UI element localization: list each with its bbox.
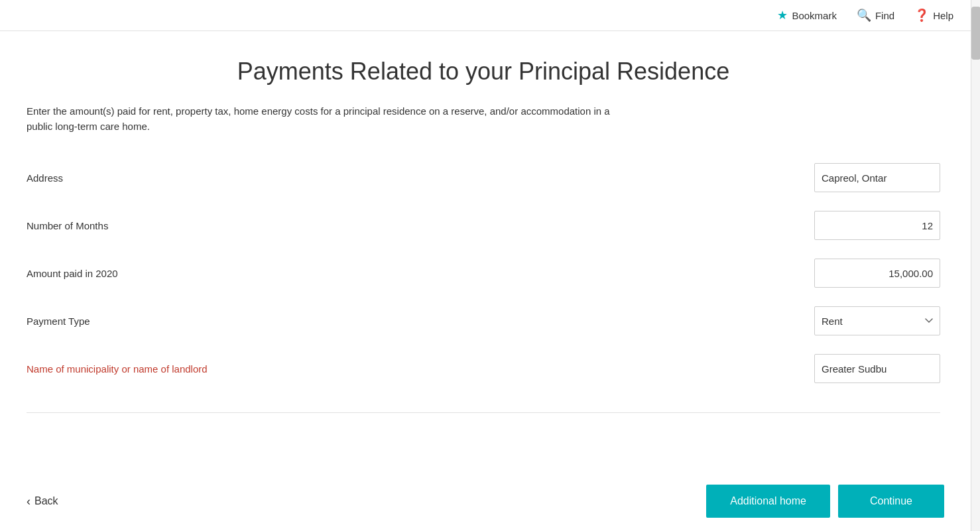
section-divider [27, 412, 940, 413]
payment-type-select[interactable]: Rent Property Tax Home Energy Costs Long… [814, 306, 940, 335]
months-label: Number of Months [27, 220, 108, 231]
municipality-input[interactable] [814, 354, 940, 383]
continue-button[interactable]: Continue [838, 485, 944, 518]
search-icon: 🔍 [857, 8, 871, 23]
municipality-row: Name of municipality or name of landlord [27, 345, 940, 392]
months-input[interactable] [814, 211, 940, 240]
find-label: Find [875, 10, 894, 21]
bookmark-button[interactable]: ★ Bookmark [777, 8, 837, 23]
back-button[interactable]: ‹ Back [27, 495, 58, 508]
amount-label: Amount paid in 2020 [27, 268, 118, 279]
main-content: Payments Related to your Principal Resid… [0, 31, 980, 413]
help-label: Help [933, 10, 953, 21]
page-title: Payments Related to your Principal Resid… [27, 58, 940, 86]
address-label: Address [27, 172, 63, 184]
page-description: Enter the amount(s) paid for rent, prope… [27, 104, 623, 134]
address-row: Address [27, 154, 940, 202]
amount-input[interactable] [814, 259, 940, 288]
months-row: Number of Months [27, 202, 940, 249]
footer-actions: Additional home Continue [706, 485, 944, 518]
help-icon: ❓ [914, 8, 929, 23]
municipality-label: Name of municipality or name of landlord [27, 363, 208, 375]
bookmark-label: Bookmark [792, 10, 837, 21]
scrollbar[interactable] [971, 0, 980, 531]
form-section: Address Number of Months Amount paid in … [27, 154, 940, 392]
back-chevron-icon: ‹ [27, 495, 31, 508]
back-label: Back [34, 495, 58, 507]
find-button[interactable]: 🔍 Find [857, 8, 894, 23]
help-button[interactable]: ❓ Help [914, 8, 953, 23]
toolbar: ★ Bookmark 🔍 Find ❓ Help [0, 0, 980, 31]
amount-row: Amount paid in 2020 [27, 249, 940, 297]
scrollbar-thumb[interactable] [971, 7, 980, 60]
footer: ‹ Back Additional home Continue [0, 471, 971, 531]
payment-type-label: Payment Type [27, 316, 90, 327]
additional-home-button[interactable]: Additional home [706, 485, 830, 518]
address-input[interactable] [814, 163, 940, 192]
bookmark-icon: ★ [777, 8, 788, 23]
payment-type-row: Payment Type Rent Property Tax Home Ener… [27, 297, 940, 345]
